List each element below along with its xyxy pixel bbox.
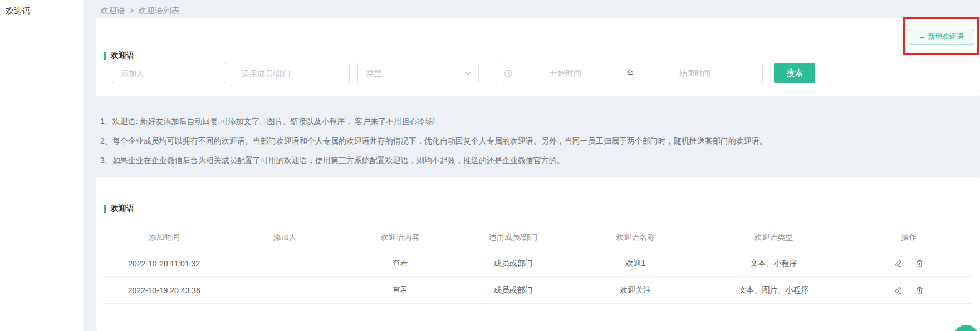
column-header-adder: 添加人 <box>226 233 344 243</box>
tip-line-3: 3、如果企业在企业微信后台为相关成员配置了可用的欢迎语，使用第三方系统配置欢迎语… <box>100 156 767 165</box>
column-header-members: 适用成员/部门 <box>457 233 570 243</box>
list-section-title: 欢迎语 <box>111 204 134 214</box>
tips-list: 1、欢迎语: 新好友添加后自动回复,可添加文字、图片、链接以及小程序， 客户来了… <box>100 117 767 175</box>
breadcrumb-current: 欢迎语列表 <box>138 6 180 15</box>
trash-icon <box>915 259 924 268</box>
column-header-content: 欢迎语内容 <box>344 233 457 243</box>
breadcrumb-separator: > <box>129 6 134 15</box>
welcome-list-card: 欢迎语 添加时间 添加人 欢迎语内容 适用成员/部门 欢迎语名称 欢迎语类型 操… <box>96 177 980 331</box>
tip-line-1: 1、欢迎语: 新好友添加后自动回复,可添加文字、图片、链接以及小程序， 客户来了… <box>100 117 767 126</box>
table-row: 2022-10-20 11:01:32 查看 成员或部门 欢迎1 文本、小程序 <box>102 250 972 277</box>
cell-content-view-link[interactable]: 查看 <box>344 285 457 295</box>
sidebar-item-welcome-message[interactable]: 欢迎语 <box>0 0 84 23</box>
adder-input[interactable] <box>112 63 226 83</box>
cell-members: 成员或部门 <box>457 259 570 269</box>
filter-section-head: 欢迎语 <box>104 51 134 61</box>
main-content: 欢迎语>欢迎语列表 欢迎语 类型 开始时间 至 结 <box>85 0 980 331</box>
chevron-down-icon <box>465 71 472 76</box>
search-button[interactable]: 搜索 <box>774 63 815 83</box>
cell-type: 文本、图片、小程序 <box>701 285 846 295</box>
section-bar-icon <box>104 52 106 60</box>
add-welcome-button-label: 新增欢迎语 <box>928 32 964 42</box>
delete-button[interactable] <box>915 286 924 294</box>
cell-operation <box>846 259 972 268</box>
cell-added-time: 2022-10-19 20:43:36 <box>102 286 226 295</box>
cell-type: 文本、小程序 <box>701 259 846 269</box>
sidebar: 欢迎语 <box>0 0 85 331</box>
cell-content-view-link[interactable]: 查看 <box>344 259 457 269</box>
breadcrumb-parent[interactable]: 欢迎语 <box>100 6 125 15</box>
cell-members: 成员或部门 <box>457 285 570 295</box>
section-bar-icon <box>104 205 106 213</box>
member-department-input[interactable] <box>233 63 350 83</box>
breadcrumb: 欢迎语>欢迎语列表 <box>100 6 180 16</box>
edit-button[interactable] <box>894 286 902 294</box>
type-select[interactable]: 类型 <box>357 63 479 83</box>
cell-operation <box>846 286 972 294</box>
welcome-table: 添加时间 添加人 欢迎语内容 适用成员/部门 欢迎语名称 欢迎语类型 操作 20… <box>102 225 972 304</box>
table-row: 2022-10-19 20:43:36 查看 成员或部门 欢迎关注 文本、图片、… <box>102 277 972 304</box>
plus-icon: + <box>919 32 924 42</box>
edit-pencil-icon <box>894 286 902 294</box>
cell-name: 欢迎关注 <box>570 285 701 295</box>
edit-pencil-icon <box>894 259 902 268</box>
list-section-head: 欢迎语 <box>104 204 134 214</box>
start-time-placeholder: 开始时间 <box>513 68 619 78</box>
cell-name: 欢迎1 <box>570 259 701 269</box>
trash-icon <box>915 286 924 294</box>
column-header-name: 欢迎语名称 <box>570 233 701 243</box>
column-header-type: 欢迎语类型 <box>701 233 846 243</box>
delete-button[interactable] <box>915 259 924 268</box>
filter-row: 类型 开始时间 至 结束时间 搜索 <box>112 63 815 83</box>
edit-button[interactable] <box>894 259 902 268</box>
add-welcome-button[interactable]: + 新增欢迎语 <box>909 29 974 45</box>
column-header-operation: 操作 <box>846 233 972 243</box>
tip-line-2: 2、每个企业成员均可以拥有不同的欢迎语。当部门欢迎语和个人专属的欢迎语并存的情况… <box>100 136 767 145</box>
end-time-placeholder: 结束时间 <box>642 68 748 78</box>
table-header-row: 添加时间 添加人 欢迎语内容 适用成员/部门 欢迎语名称 欢迎语类型 操作 <box>102 225 972 250</box>
cell-added-time: 2022-10-20 11:01:32 <box>102 259 226 268</box>
welcome-filter-card: 欢迎语 类型 开始时间 至 结束时间 搜索 + <box>96 18 980 96</box>
type-select-placeholder: 类型 <box>366 68 382 78</box>
date-range-separator: 至 <box>619 68 642 78</box>
filter-section-title: 欢迎语 <box>111 51 134 61</box>
column-header-added-time: 添加时间 <box>102 233 226 243</box>
clock-icon <box>504 69 513 78</box>
date-range-picker[interactable]: 开始时间 至 结束时间 <box>496 63 763 83</box>
